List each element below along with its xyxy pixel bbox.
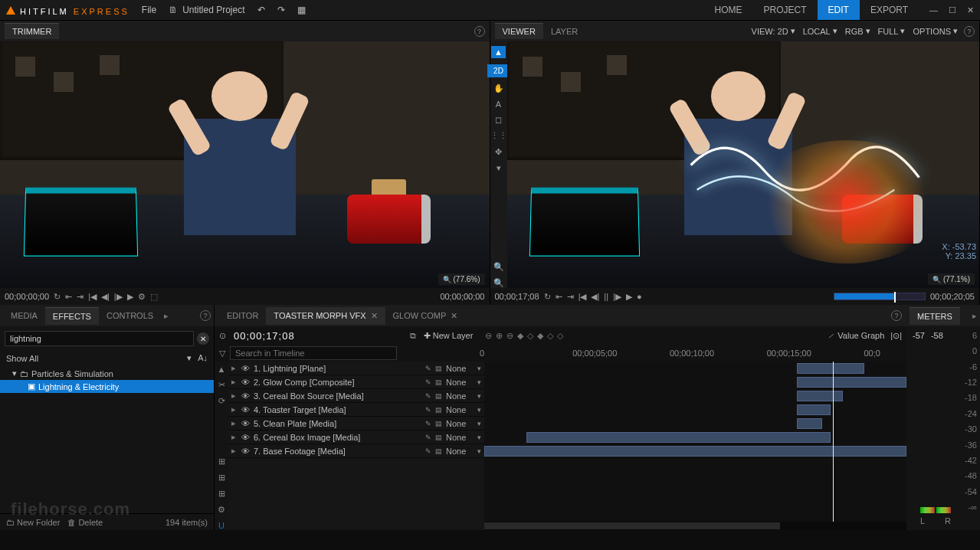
options-icon[interactable]: ⚙	[138, 292, 146, 302]
in-point-icon[interactable]: ⇤	[65, 292, 72, 302]
next-kf-icon[interactable]: ⊖	[506, 331, 513, 341]
lock-icon[interactable]: ▤	[435, 365, 442, 372]
trimmer-viewport[interactable]: Toaster.png (77.6%)	[0, 41, 490, 288]
blend-dropdown-icon[interactable]: ▾	[477, 392, 481, 400]
blend-dropdown-icon[interactable]: ▾	[477, 365, 481, 372]
blend-mode[interactable]: None	[446, 378, 474, 387]
edit-icon[interactable]: ✎	[425, 406, 431, 414]
blend-mode[interactable]: None	[446, 419, 474, 428]
tabs-more-icon[interactable]: ▸	[164, 311, 169, 321]
edit-icon[interactable]: ✎	[425, 378, 431, 386]
layer-row[interactable]: ▸👁1. Lightning [Plane]✎▤None▾	[228, 362, 484, 375]
loop-icon[interactable]: ↻	[54, 292, 61, 302]
play-icon[interactable]: ▶	[626, 292, 632, 302]
minimize-button[interactable]: —	[929, 5, 938, 15]
expand-icon[interactable]: ▸	[231, 363, 238, 373]
trimmer-tab[interactable]: TRIMMER	[5, 23, 59, 39]
viewer-zoom-label[interactable]: (77.1%)	[928, 273, 975, 285]
clip[interactable]	[797, 391, 844, 401]
viewer-viewport[interactable]: X: -53.73 Y: 23.35 (77.1%)	[507, 41, 980, 288]
layer-row[interactable]: ▸👁3. Cereal Box Source [Media]✎▤None▾	[228, 389, 484, 403]
toggle-a-icon[interactable]: ⊞	[218, 457, 225, 467]
layer-row[interactable]: ▸👁7. Base Footage [Media]✎▤None▾	[228, 444, 484, 458]
timeline-search-input[interactable]	[230, 346, 397, 360]
loop-icon[interactable]: ↻	[544, 292, 551, 302]
kf-diamond-icon[interactable]: ◇	[527, 331, 533, 341]
tab-media[interactable]: MEDIA	[3, 307, 45, 324]
snap-tool-icon[interactable]: ⋮⋮	[490, 131, 507, 141]
options-dropdown[interactable]: OPTIONS▾	[913, 26, 958, 36]
tab-edit[interactable]: EDIT	[818, 0, 860, 20]
blend-dropdown-icon[interactable]: ▾	[477, 420, 481, 427]
clip[interactable]	[797, 418, 822, 429]
visibility-icon[interactable]: 👁	[241, 391, 250, 401]
zoom-out-icon[interactable]: 🔍	[493, 278, 504, 288]
lock-icon[interactable]: ▤	[435, 378, 442, 386]
linear-icon[interactable]: ◇	[557, 331, 563, 341]
next-frame-icon[interactable]: |▶	[613, 292, 621, 302]
blend-mode[interactable]: None	[446, 447, 474, 456]
layer-row[interactable]: ▸👁6. Cereal Box Image [Media]✎▤None▾	[228, 431, 484, 444]
snapshot-icon[interactable]: ⬚	[150, 292, 158, 302]
trimmer-zoom-label[interactable]: (77.6%)	[438, 273, 485, 285]
time-ruler[interactable]: 0 00;00;05;00 00;00;10;00 00;00;15;00 00…	[480, 345, 902, 362]
blend-mode[interactable]: None	[446, 364, 474, 373]
toggle-b-icon[interactable]: ⊞	[218, 473, 225, 483]
lock-icon[interactable]: ▤	[435, 420, 442, 427]
layer-row[interactable]: ▸👁5. Clean Plate [Media]✎▤None▾	[228, 417, 484, 431]
blend-dropdown-icon[interactable]: ▾	[477, 378, 481, 386]
expand-icon[interactable]: ▸	[231, 418, 238, 428]
goto-prev-kf-icon[interactable]: ◆	[517, 331, 523, 341]
pointer-tool-icon[interactable]: ▲	[218, 365, 226, 374]
edit-icon[interactable]: ✎	[425, 365, 431, 372]
goto-start-icon[interactable]: |◀	[88, 292, 97, 302]
playhead[interactable]	[833, 362, 834, 530]
blend-dropdown-icon[interactable]: ▾	[477, 434, 481, 441]
settings-icon[interactable]: ⚙	[218, 505, 225, 515]
visibility-icon[interactable]: 👁	[241, 405, 250, 414]
lock-icon[interactable]: ▤	[435, 392, 442, 400]
maximize-button[interactable]: ☐	[949, 5, 956, 15]
value-graph-toggle[interactable]: ⟋ Value Graph	[827, 331, 884, 341]
select-tool-icon[interactable]: ▲	[491, 46, 506, 58]
effects-folder[interactable]: ▾🗀Particles & Simulation	[0, 367, 214, 380]
channels-dropdown[interactable]: RGB▾	[845, 26, 870, 36]
track-area[interactable]	[484, 362, 906, 530]
mask-tool-icon[interactable]: ◻	[495, 115, 502, 125]
out-point-icon[interactable]: ⇥	[77, 292, 84, 302]
space-dropdown[interactable]: LOCAL▾	[803, 26, 837, 36]
fit-icon[interactable]: |⊙|	[890, 331, 902, 341]
clip[interactable]	[797, 377, 906, 388]
edit-icon[interactable]: ✎	[425, 434, 431, 441]
expand-icon[interactable]: ▸	[231, 432, 238, 442]
blend-mode[interactable]: None	[446, 391, 474, 401]
visibility-icon[interactable]: 👁	[241, 364, 250, 373]
tab-controls[interactable]: CONTROLS	[99, 307, 161, 324]
toggle-c-icon[interactable]: ⊞	[218, 489, 225, 499]
help-icon[interactable]: ?	[891, 310, 902, 321]
clip[interactable]	[484, 446, 906, 457]
export-frame-icon[interactable]: ⧉	[410, 331, 416, 341]
clip[interactable]	[797, 404, 831, 415]
tab-effects[interactable]: EFFECTS	[45, 307, 99, 325]
h-scrollbar[interactable]	[484, 522, 906, 530]
filter-icon[interactable]: ▽	[219, 349, 225, 358]
pause-icon[interactable]: ||	[604, 292, 608, 301]
goto-start-icon[interactable]: |◀	[578, 292, 587, 302]
text-tool-icon[interactable]: A	[496, 100, 501, 109]
help-icon[interactable]: ?	[200, 310, 211, 321]
clear-search-icon[interactable]: ✕	[197, 332, 209, 345]
play-icon[interactable]: ▶	[127, 292, 133, 302]
blend-dropdown-icon[interactable]: ▾	[477, 406, 481, 414]
ease-icon[interactable]: ◇	[547, 331, 553, 341]
next-frame-icon[interactable]: |▶	[114, 292, 123, 302]
tab-export[interactable]: EXPORT	[860, 0, 919, 20]
layer-row[interactable]: ▸👁2. Glow Comp [Composite]✎▤None▾	[228, 375, 484, 389]
visibility-icon[interactable]: 👁	[241, 447, 250, 456]
edit-icon[interactable]: ✎	[425, 420, 431, 427]
visibility-icon[interactable]: 👁	[241, 378, 250, 387]
project-icon[interactable]: 🗎	[169, 5, 178, 15]
close-icon[interactable]: ✕	[451, 311, 457, 321]
add-kf-icon[interactable]: ⊕	[496, 331, 503, 341]
slice-tool-icon[interactable]: ✂	[218, 380, 225, 390]
